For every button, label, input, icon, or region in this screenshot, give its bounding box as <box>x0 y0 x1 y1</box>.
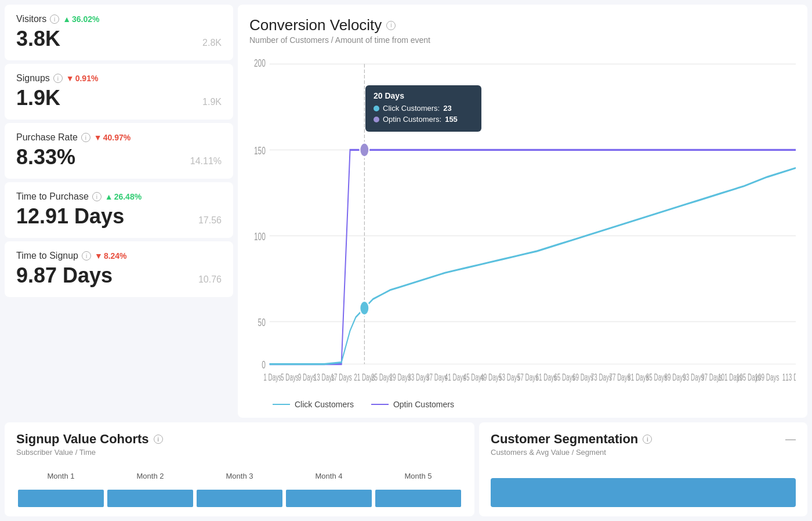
metric-header-visitors: Visitors i 36.02% <box>16 14 222 24</box>
y-label-50: 50 <box>258 316 266 328</box>
metric-title-time-to-purchase: Time to Purchase <box>16 191 89 202</box>
metric-title-visitors: Visitors <box>16 14 46 24</box>
x-1days: 1 Days <box>263 372 281 382</box>
metric-prev-signups: 1.9K <box>202 97 222 107</box>
cohort-months-row: Month 1 Month 2 Month 3 Month 4 Month 5 <box>16 467 463 480</box>
legend-optin-customers: Optin Customers <box>371 400 454 409</box>
chart-subtitle: Number of Customers / Amount of time fro… <box>249 35 796 45</box>
metric-header-time-to-signup: Time to Signup i 8.24% <box>16 251 222 261</box>
metric-card-time-to-signup: Time to Signup i 8.24% 9.87 Days 10.76 <box>5 241 233 297</box>
legend-optin-line <box>371 404 389 405</box>
metric-change-time-to-signup: 8.24% <box>95 251 127 260</box>
tooltip-click-row: Click Customers: 23 <box>374 104 473 113</box>
metric-change-time-to-purchase: 26.48% <box>105 192 142 201</box>
legend-click-label: Click Customers <box>295 400 354 409</box>
metric-row-visitors: 3.8K 2.8K <box>16 27 222 51</box>
chart-panel: Conversion Velocity i Number of Customer… <box>238 5 807 418</box>
tooltip-click-label: Click Customers: <box>383 104 440 113</box>
legend-click-line <box>273 404 290 405</box>
metric-row-purchase-rate: 8.33% 14.11% <box>16 145 222 169</box>
metric-title-purchase-rate: Purchase Rate <box>16 132 78 143</box>
metric-info-icon-purchase-rate[interactable]: i <box>81 133 90 142</box>
segmentation-bar <box>491 478 796 507</box>
tooltip-optin-value: 155 <box>445 115 458 124</box>
y-label-200: 200 <box>254 57 266 68</box>
x-5days: 5 Days <box>281 372 299 382</box>
legend-optin-label: Optin Customers <box>393 400 454 409</box>
cohort-month-4: Month 4 <box>284 472 374 480</box>
segmentation-title: Customer Segmentation i — <box>491 432 796 447</box>
y-label-150: 150 <box>254 144 266 156</box>
x-109days: 109 Days <box>755 372 779 382</box>
tooltip-click-dot <box>374 106 379 111</box>
metric-card-time-to-purchase: Time to Purchase i 26.48% 12.91 Days 17.… <box>5 182 233 238</box>
metric-prev-time-to-purchase: 17.56 <box>198 215 222 226</box>
y-label-100: 100 <box>254 230 266 242</box>
chart-tooltip: 20 Days Click Customers: 23 Optin Custom… <box>365 85 481 132</box>
metrics-panel: Visitors i 36.02% 3.8K 2.8K Signups i 0.… <box>0 0 238 422</box>
cohort-bar-2 <box>107 490 193 507</box>
legend-click-customers: Click Customers <box>273 400 354 409</box>
metric-card-visitors: Visitors i 36.02% 3.8K 2.8K <box>5 5 233 60</box>
metric-info-icon-visitors[interactable]: i <box>50 15 59 24</box>
cohort-month-2: Month 2 <box>106 472 195 480</box>
metric-header-time-to-purchase: Time to Purchase i 26.48% <box>16 191 222 202</box>
metric-prev-time-to-signup: 10.76 <box>198 274 222 285</box>
metric-info-icon-signups[interactable]: i <box>53 74 63 83</box>
metric-row-time-to-signup: 9.87 Days 10.76 <box>16 263 222 288</box>
bottom-row: Signup Value Cohorts i Subscriber Value … <box>0 422 812 521</box>
chart-svg: 200 150 100 50 0 <box>249 50 796 394</box>
metric-card-signups: Signups i 0.91% 1.9K 1.9K <box>5 64 233 120</box>
metric-info-icon-time-to-signup[interactable]: i <box>82 251 91 260</box>
metric-value-signups: 1.9K <box>16 86 60 110</box>
chart-area: 20 Days Click Customers: 23 Optin Custom… <box>249 50 796 394</box>
x-113days: 113 D <box>782 372 796 382</box>
tooltip-optin-label: Optin Customers: <box>383 115 441 124</box>
metric-value-time-to-signup: 9.87 Days <box>16 263 113 288</box>
metric-row-signups: 1.9K 1.9K <box>16 86 222 110</box>
metric-header-signups: Signups i 0.91% <box>16 73 222 84</box>
tooltip-click-value: 23 <box>443 104 451 113</box>
chart-title: Conversion Velocity i <box>249 16 796 34</box>
metric-value-purchase-rate: 8.33% <box>16 145 75 169</box>
metric-change-signups: 0.91% <box>66 74 99 83</box>
metric-value-visitors: 3.8K <box>16 27 60 51</box>
metric-row-time-to-purchase: 12.91 Days 17.56 <box>16 204 222 229</box>
metric-value-time-to-purchase: 12.91 Days <box>16 204 124 229</box>
tooltip-title: 20 Days <box>374 91 473 100</box>
segmentation-title-text: Customer Segmentation <box>491 432 638 447</box>
cohorts-title: Signup Value Cohorts i <box>16 432 463 447</box>
metric-header-purchase-rate: Purchase Rate i 40.97% <box>16 132 222 143</box>
segmentation-info-icon[interactable]: i <box>643 435 652 444</box>
cohort-month-5: Month 5 <box>374 472 463 480</box>
tooltip-optin-row: Optin Customers: 155 <box>374 115 473 124</box>
metric-card-purchase-rate: Purchase Rate i 40.97% 8.33% 14.11% <box>5 123 233 179</box>
cohorts-panel: Signup Value Cohorts i Subscriber Value … <box>5 422 474 516</box>
optin-dot <box>360 143 369 157</box>
cohorts-info-icon[interactable]: i <box>154 435 163 444</box>
cohort-month-1: Month 1 <box>16 472 106 480</box>
x-17days: 17 Days <box>331 372 352 382</box>
metric-info-icon-time-to-purchase[interactable]: i <box>92 192 102 201</box>
segmentation-panel: Customer Segmentation i — Customers & Av… <box>479 422 807 516</box>
cohort-bars-row <box>16 484 463 507</box>
cohort-bar-3 <box>197 490 282 507</box>
tooltip-optin-dot <box>374 117 379 122</box>
cohort-month-3: Month 3 <box>195 472 284 480</box>
segmentation-collapse-icon[interactable]: — <box>785 433 796 446</box>
cohorts-subtitle: Subscriber Value / Time <box>16 448 463 457</box>
cohort-bar-4 <box>286 490 372 507</box>
click-dot <box>360 301 369 316</box>
metric-title-signups: Signups <box>16 73 50 84</box>
cohort-bar-5 <box>375 490 461 507</box>
chart-legend: Click Customers Optin Customers <box>249 394 796 412</box>
y-label-0: 0 <box>262 359 266 371</box>
metric-title-time-to-signup: Time to Signup <box>16 251 78 261</box>
segmentation-subtitle: Customers & Avg Value / Segment <box>491 448 796 457</box>
chart-title-text: Conversion Velocity <box>249 16 382 34</box>
optin-customers-line <box>270 150 796 364</box>
chart-info-icon[interactable]: i <box>386 21 396 30</box>
metric-prev-visitors: 2.8K <box>202 38 222 48</box>
cohorts-title-text: Signup Value Cohorts <box>16 432 149 447</box>
cohort-bar-1 <box>18 490 104 507</box>
